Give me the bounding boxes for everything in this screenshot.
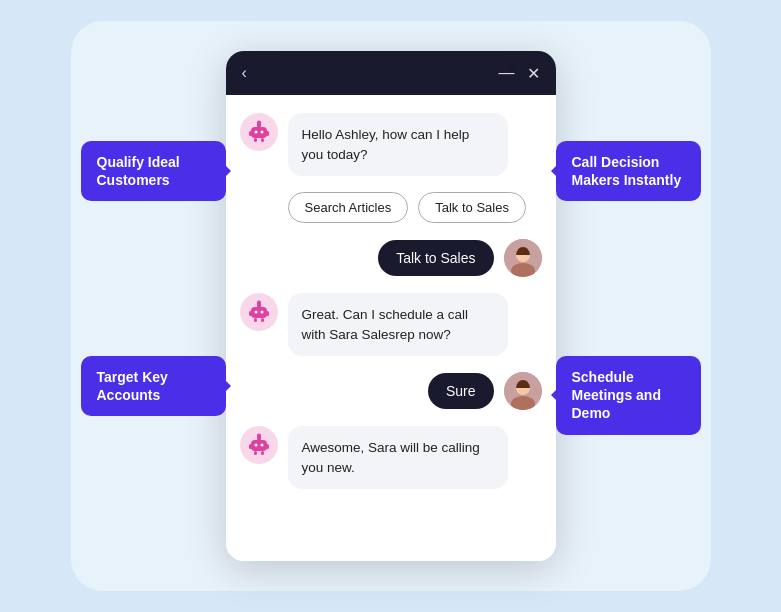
svg-rect-17	[266, 311, 269, 316]
bot-message-1: Hello Ashley, how can I help you today?	[240, 113, 542, 176]
bot-avatar-3	[240, 426, 278, 464]
svg-point-2	[257, 121, 261, 125]
svg-rect-4	[266, 131, 269, 136]
search-articles-button[interactable]: Search Articles	[288, 192, 409, 223]
bot-message-1-text: Hello Ashley, how can I help you today?	[288, 113, 508, 176]
svg-rect-28	[249, 444, 252, 449]
back-button[interactable]: ‹	[242, 64, 247, 82]
user-message-1: Talk to Sales	[240, 239, 542, 277]
talk-to-sales-button-option[interactable]: Talk to Sales	[418, 192, 526, 223]
bubble-target: Target Key Accounts	[81, 356, 226, 416]
svg-rect-16	[249, 311, 252, 316]
svg-rect-0	[251, 127, 267, 138]
svg-point-7	[254, 131, 257, 134]
svg-point-27	[257, 434, 261, 438]
bot-message-3: Awesome, Sara will be calling you new.	[240, 426, 542, 489]
bot-avatar-2	[240, 293, 278, 331]
bubble-call-label: Call Decision Makers Instantly	[572, 154, 682, 188]
bot-message-3-text: Awesome, Sara will be calling you new.	[288, 426, 508, 489]
bubble-schedule: Schedule Meetings and Demo	[556, 356, 701, 435]
svg-point-15	[257, 301, 261, 305]
svg-point-21	[260, 311, 263, 314]
bubble-call: Call Decision Makers Instantly	[556, 141, 701, 201]
svg-point-32	[254, 444, 257, 447]
bubble-schedule-label: Schedule Meetings and Demo	[572, 369, 661, 421]
minimize-button[interactable]: —	[499, 64, 515, 82]
bubble-target-label: Target Key Accounts	[97, 369, 168, 403]
user-message-1-text: Talk to Sales	[378, 240, 493, 276]
svg-point-8	[260, 131, 263, 134]
close-button[interactable]: ✕	[527, 64, 540, 83]
svg-point-20	[254, 311, 257, 314]
svg-rect-18	[254, 318, 257, 322]
bubble-qualify: Qualify Ideal Customers	[81, 141, 226, 201]
chat-body: Hello Ashley, how can I help you today? …	[226, 95, 556, 561]
svg-rect-29	[266, 444, 269, 449]
bot-message-2: Great. Can I schedule a call with Sara S…	[240, 293, 542, 356]
chat-window: ‹ — ✕	[226, 51, 556, 561]
svg-point-33	[260, 444, 263, 447]
action-buttons-row: Search Articles Talk to Sales	[240, 192, 542, 223]
svg-rect-25	[251, 440, 267, 451]
bot-message-2-text: Great. Can I schedule a call with Sara S…	[288, 293, 508, 356]
svg-rect-6	[261, 138, 264, 142]
svg-rect-5	[254, 138, 257, 142]
user-message-2-text: Sure	[428, 373, 494, 409]
svg-rect-3	[249, 131, 252, 136]
bot-avatar-1	[240, 113, 278, 151]
user-message-2: Sure	[240, 372, 542, 410]
user-avatar-2	[504, 372, 542, 410]
svg-rect-31	[261, 451, 264, 455]
svg-rect-19	[261, 318, 264, 322]
svg-rect-30	[254, 451, 257, 455]
bubble-qualify-label: Qualify Ideal Customers	[97, 154, 180, 188]
svg-rect-13	[251, 307, 267, 318]
user-avatar-1	[504, 239, 542, 277]
chat-titlebar: ‹ — ✕	[226, 51, 556, 95]
outer-card: Qualify Ideal Customers Target Key Accou…	[71, 21, 711, 591]
